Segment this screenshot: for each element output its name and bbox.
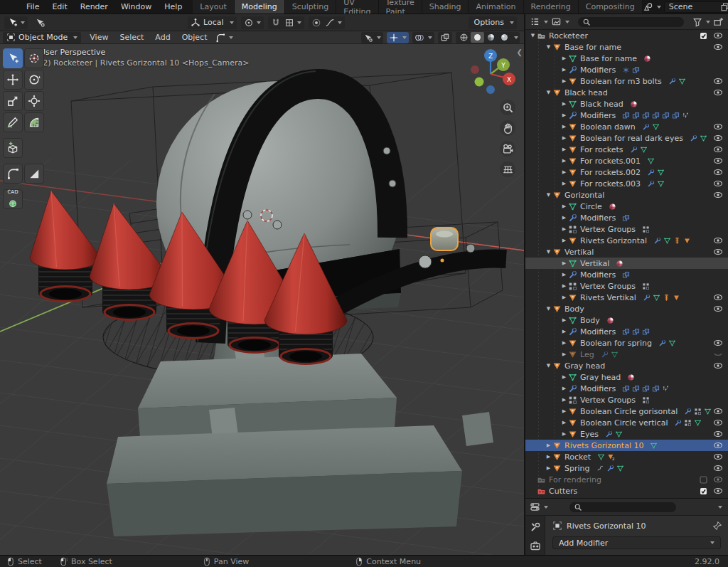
eye-icon[interactable] [713,440,723,450]
eye-icon[interactable] [713,88,723,97]
pivot-point-dropdown[interactable] [241,16,264,29]
outliner-row-gorizontal[interactable]: ▼Gorizontal [525,189,728,201]
expand-arrow-icon[interactable]: ▶ [560,420,568,425]
viewport-3d[interactable]: Z Y X User Perspective (2) Rocketeer | R… [0,44,524,555]
sidebar-toggle[interactable]: ❮ [517,48,523,56]
expand-arrow-icon[interactable]: ▶ [560,55,568,61]
outliner-row-vertex-groups[interactable]: ▶Vertex Groups [525,280,728,292]
outliner-row-modifiers[interactable]: ▶Modifiers [525,269,728,280]
outliner-row-boolean-circle-vertical[interactable]: ▶Boolean Circle vertical [525,417,728,428]
tool-scale-button[interactable] [3,91,23,111]
options-dropdown[interactable]: Options [469,16,517,29]
pin-icon[interactable] [712,521,722,531]
expand-arrow-icon[interactable]: ▶ [560,329,568,334]
expand-arrow-icon[interactable]: ▶ [560,238,568,243]
viewport-menu-select[interactable]: Select [114,33,149,42]
tool-cad-button[interactable]: CAD [3,189,23,209]
expand-arrow-icon[interactable]: ▶ [545,465,552,471]
workspace-tab-shading[interactable]: Shading [422,0,469,14]
workspace-tab-uv-editing[interactable]: UV Editing [336,0,378,14]
outliner-row-vertikal[interactable]: ▼Vertikal [525,246,728,258]
viewport-menu-add[interactable]: Add [149,33,176,42]
expand-arrow-icon[interactable]: ▶ [560,374,568,380]
new-collection-icon[interactable] [713,16,724,27]
outliner-row-base-for-name[interactable]: ▼Base for name [525,41,728,53]
tool-pie-dropdown[interactable] [215,33,233,43]
expand-arrow-icon[interactable]: ▶ [545,443,552,448]
outliner-row-boolean-circle-gorisontal[interactable]: ▶Boolean Circle gorisontal [525,406,728,417]
eye-icon[interactable] [713,156,723,166]
snap-target-icon[interactable] [284,18,294,28]
outliner-row-rocketeer[interactable]: ▼Rocketeer [525,30,728,41]
expand-arrow-icon[interactable]: ▼ [545,306,552,312]
eye-icon[interactable] [713,167,723,177]
expand-arrow-icon[interactable]: ▼ [545,249,552,255]
outliner-row-rivets-gorizontal[interactable]: ▶Rivets Gorizontal [525,235,728,246]
workspace-tab-texture-paint[interactable]: Texture Paint [379,0,422,14]
outliner-row-gray-head[interactable]: ▼Gray head [525,360,728,371]
outliner-row-rivets-vertikal[interactable]: ▶Rivets Vertikal [525,292,728,303]
expand-arrow-icon[interactable]: ▶ [560,147,568,152]
workspace-tab-sculpting[interactable]: Sculpting [285,0,336,14]
filter-dropdown[interactable] [692,17,710,27]
add-modifier-dropdown[interactable]: Add Modifier [552,536,721,549]
menu-window[interactable]: Window [114,2,158,11]
outliner-row-modifiers[interactable]: ▶Modifiers [525,212,728,223]
properties-tab-render[interactable] [530,540,541,551]
shading-wireframe-button[interactable] [457,32,471,43]
expand-arrow-icon[interactable]: ▶ [560,408,568,414]
proportional-edit-icon[interactable] [311,18,321,28]
outliner-row-vertex-groups[interactable]: ▶Vertex Groups [525,394,728,406]
tool-measure-button[interactable] [24,112,44,132]
outliner-row-rocket[interactable]: ▶Rocket [525,451,728,462]
editor-type-dropdown[interactable] [530,16,548,27]
eye-closed-icon[interactable] [713,349,723,359]
scene-name-field[interactable]: Scene [664,1,728,13]
outliner-row-for-rockets[interactable]: ▶For rockets [525,144,728,155]
outliner-row-boolean-for-spring[interactable]: ▶Boolean for spring [525,337,728,349]
expand-arrow-icon[interactable]: ▶ [560,283,568,289]
expand-arrow-icon[interactable]: ▶ [560,215,568,221]
tool-select-box-button[interactable] [3,48,23,68]
properties-editor-type-dropdown[interactable] [530,502,548,512]
collection-checkbox-icon[interactable] [699,475,708,484]
outliner-row-black-head[interactable]: ▶Black head [525,98,728,110]
outliner-row-boolean-for-m3-bolts[interactable]: ▶Boolean for m3 bolts [525,75,728,87]
gizmos-dropdown[interactable] [387,32,409,43]
expand-arrow-icon[interactable]: ▶ [560,101,568,107]
expand-arrow-icon[interactable]: ▶ [560,397,568,403]
expand-arrow-icon[interactable]: ▶ [560,351,568,357]
expand-arrow-icon[interactable]: ▶ [560,203,568,209]
eye-icon[interactable] [713,475,723,484]
tool-rotate-button[interactable] [24,70,44,90]
eye-icon[interactable] [713,235,723,245]
camera-view-button[interactable] [500,141,515,157]
expand-arrow-icon[interactable]: ▶ [560,112,568,118]
eye-icon[interactable] [713,122,723,132]
mode-dropdown[interactable]: Object Mode [3,32,81,43]
outliner-row-for-rockets-002[interactable]: ▶For rockets.002 [525,166,728,178]
gizmo-neg-z[interactable] [486,85,495,94]
eye-icon[interactable] [713,463,723,473]
expand-arrow-icon[interactable]: ▶ [560,158,568,164]
overlays-dropdown[interactable] [412,32,434,43]
expand-arrow-icon[interactable]: ▼ [529,33,537,38]
workspace-tab-modeling[interactable]: Modeling [235,0,285,14]
eye-icon[interactable] [713,406,723,416]
outliner-row-modifiers[interactable]: ▶Modifiers [525,326,728,337]
tool-add-cube-button[interactable] [3,138,23,158]
expand-arrow-icon[interactable]: ▼ [545,44,552,50]
tweak-tool-button[interactable] [32,16,48,29]
eye-icon[interactable] [713,452,723,462]
workspace-tab-rendering[interactable]: Rendering [524,0,579,14]
outliner-row-boolean-for-real-dark-eyes[interactable]: ▶Boolean for real dark eyes [525,132,728,144]
eye-icon[interactable] [713,429,723,439]
workspace-tab-compositing[interactable]: Compositing [579,0,643,14]
expand-arrow-icon[interactable]: ▶ [560,272,568,277]
tool-cursor-button[interactable] [24,48,44,68]
expand-arrow-icon[interactable]: ▶ [560,295,568,300]
outliner-row-black-head[interactable]: ▼Black head [525,87,728,98]
gizmo-neg-x[interactable] [471,65,479,74]
active-tool-dropdown[interactable] [4,16,28,29]
pan-button[interactable] [500,120,515,136]
